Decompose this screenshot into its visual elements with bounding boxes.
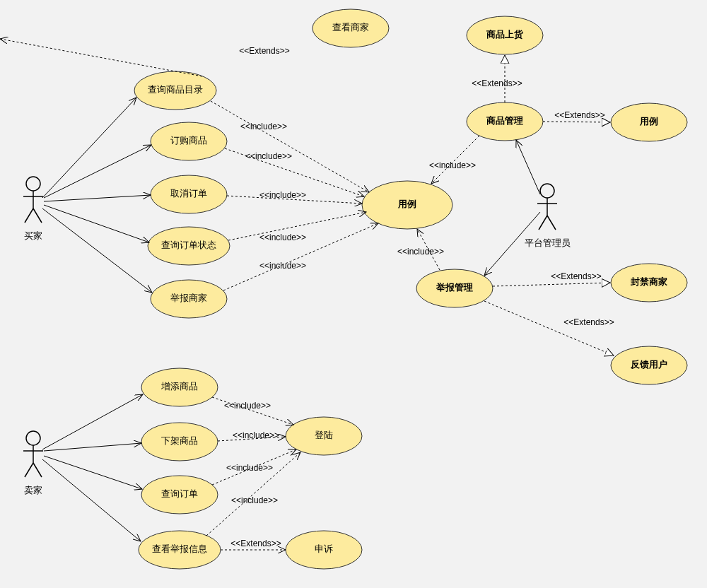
ext-reportmgr-ban <box>493 283 610 286</box>
actor-seller[interactable] <box>23 431 43 477</box>
usecase-cancel-order[interactable]: 取消订单 <box>151 175 227 213</box>
svg-line-9 <box>33 463 42 477</box>
svg-text:订购商品: 订购商品 <box>170 135 207 146</box>
usecase-central[interactable]: 用例 <box>362 181 452 229</box>
usecase-order-goods[interactable]: 订购商品 <box>151 122 227 160</box>
svg-point-5 <box>26 431 40 445</box>
svg-text:查看商家: 查看商家 <box>332 22 369 33</box>
label-extends-right: <<Extends>> <box>554 110 604 120</box>
label-inc-remove: <<include>> <box>233 430 279 440</box>
assoc-admin-goodsmgr <box>516 140 540 194</box>
assoc-buyer-status <box>44 205 149 242</box>
label-extends-feedback: <<Extends>> <box>563 317 614 327</box>
assoc-buyer-order <box>44 145 151 198</box>
svg-line-13 <box>539 216 547 230</box>
actor-seller-label: 卖家 <box>24 485 42 495</box>
svg-text:申诉: 申诉 <box>315 543 333 554</box>
label-extends-ban: <<Extends>> <box>551 271 601 281</box>
actor-admin[interactable] <box>537 184 557 230</box>
label-include-manage: <<include>> <box>429 160 476 170</box>
label-extends-1: <<Extends>> <box>239 46 289 56</box>
assoc-buyer-cancel <box>44 195 151 201</box>
label-include-3: <<include>> <box>259 190 306 200</box>
use-case-diagram: 买家 卖家 平台管理员 查看商家 查询商品目录 订购商品 取消订单 查询订单状态 <box>0 0 707 588</box>
label-include-2: <<include>> <box>245 151 292 161</box>
usecase-browse-catalog[interactable]: 查询商品目录 <box>134 71 216 110</box>
svg-point-0 <box>26 177 40 191</box>
usecase-view-report-info[interactable]: 查看举报信息 <box>139 531 221 569</box>
usecase-report-manage[interactable]: 举报管理 <box>416 269 493 307</box>
label-inc-query: <<include>> <box>226 463 273 473</box>
ext-reportmgr-feedback <box>484 301 614 355</box>
assoc-seller-add <box>42 394 143 449</box>
actor-admin-label: 平台管理员 <box>525 237 571 248</box>
actor-buyer[interactable] <box>23 177 43 223</box>
svg-text:查询订单状态: 查询订单状态 <box>161 240 216 250</box>
svg-text:查询商品目录: 查询商品目录 <box>148 84 203 95</box>
svg-text:用例: 用例 <box>639 116 658 127</box>
svg-text:封禁商家: 封禁商家 <box>630 276 667 287</box>
usecase-query-order-status[interactable]: 查询订单状态 <box>148 227 230 265</box>
label-extends-upload: <<Extends>> <box>472 78 522 88</box>
ext-manage-right <box>543 122 610 122</box>
svg-text:查看举报信息: 查看举报信息 <box>152 543 207 554</box>
svg-line-3 <box>25 208 33 223</box>
label-inc-add: <<include>> <box>224 401 271 411</box>
usecase-goods-manage[interactable]: 商品管理 <box>467 102 543 141</box>
svg-text:查询订单: 查询订单 <box>161 488 198 499</box>
svg-text:商品上货: 商品上货 <box>486 29 524 40</box>
usecase-appeal[interactable]: 申诉 <box>286 531 362 569</box>
label-extends-appeal: <<Extends>> <box>230 539 281 548</box>
assoc-seller-remove <box>44 443 141 451</box>
usecase-right[interactable]: 用例 <box>611 103 687 141</box>
label-include-reportmgr: <<include>> <box>397 247 444 257</box>
svg-text:用例: 用例 <box>397 199 416 209</box>
svg-text:取消订单: 取消订单 <box>170 188 207 199</box>
label-inc-viewreport: <<include>> <box>231 495 278 505</box>
svg-text:下架商品: 下架商品 <box>161 435 198 446</box>
svg-line-4 <box>33 208 42 223</box>
extends-catalog-viewmerchant <box>0 39 202 76</box>
usecase-query-orders[interactable]: 查询订单 <box>141 476 218 514</box>
svg-text:举报管理: 举报管理 <box>436 282 473 293</box>
label-include-1: <<include>> <box>240 122 287 131</box>
actor-buyer-label: 买家 <box>24 230 42 241</box>
svg-text:商品管理: 商品管理 <box>486 115 523 126</box>
usecase-feedback-user[interactable]: 反馈用户 <box>611 346 687 384</box>
svg-line-14 <box>547 216 556 230</box>
usecase-add-goods[interactable]: 增添商品 <box>141 368 218 406</box>
usecase-login[interactable]: 登陆 <box>286 417 362 455</box>
usecase-view-merchant[interactable]: 查看商家 <box>312 9 389 47</box>
svg-text:增添商品: 增添商品 <box>160 381 198 392</box>
inc-manage-central <box>431 136 479 184</box>
usecase-ban-merchant[interactable]: 封禁商家 <box>611 264 687 302</box>
svg-text:反馈用户: 反馈用户 <box>630 359 667 370</box>
svg-text:登陆: 登陆 <box>315 430 333 440</box>
usecase-report-merchant[interactable]: 举报商家 <box>151 280 227 318</box>
usecase-goods-upload[interactable]: 商品上货 <box>467 16 543 54</box>
usecase-remove-goods[interactable]: 下架商品 <box>141 423 218 461</box>
svg-text:举报商家: 举报商家 <box>170 293 207 303</box>
assoc-buyer-catalog <box>42 98 136 198</box>
svg-line-8 <box>25 463 33 477</box>
svg-point-10 <box>540 184 554 198</box>
assoc-buyer-report <box>42 208 152 293</box>
label-include-5: <<include>> <box>259 261 306 271</box>
label-include-4: <<include>> <box>259 233 306 242</box>
include-catalog-central <box>211 101 369 192</box>
